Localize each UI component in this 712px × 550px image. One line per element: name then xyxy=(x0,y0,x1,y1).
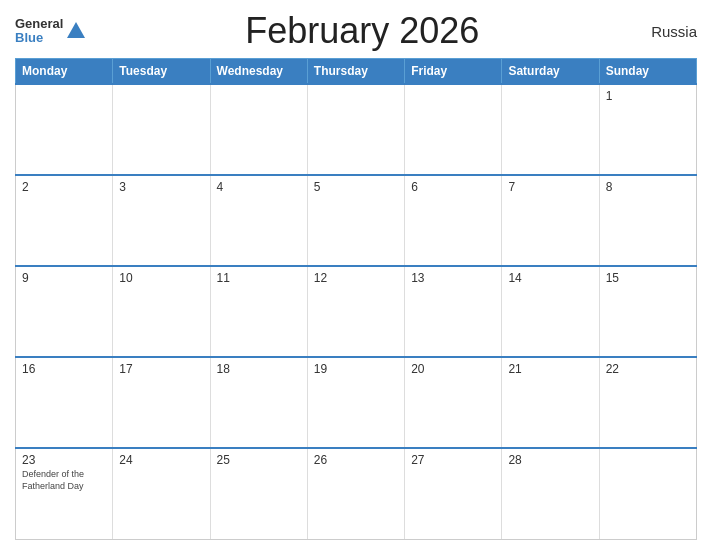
day-number: 22 xyxy=(606,362,690,376)
calendar-cell: 5 xyxy=(307,175,404,266)
calendar-week-row: 9101112131415 xyxy=(16,266,697,357)
day-number: 6 xyxy=(411,180,495,194)
day-number: 3 xyxy=(119,180,203,194)
day-number: 19 xyxy=(314,362,398,376)
calendar-cell: 4 xyxy=(210,175,307,266)
country-label: Russia xyxy=(637,23,697,40)
calendar-cell: 16 xyxy=(16,357,113,448)
calendar-cell: 25 xyxy=(210,448,307,539)
weekday-header-saturday: Saturday xyxy=(502,59,599,85)
calendar-title: February 2026 xyxy=(87,10,637,52)
day-number: 13 xyxy=(411,271,495,285)
day-number: 4 xyxy=(217,180,301,194)
calendar-cell: 17 xyxy=(113,357,210,448)
calendar-cell: 3 xyxy=(113,175,210,266)
calendar-week-row: 16171819202122 xyxy=(16,357,697,448)
calendar-cell: 11 xyxy=(210,266,307,357)
weekday-header-thursday: Thursday xyxy=(307,59,404,85)
calendar-cell: 24 xyxy=(113,448,210,539)
day-number: 21 xyxy=(508,362,592,376)
day-number: 9 xyxy=(22,271,106,285)
calendar-week-row: 1 xyxy=(16,84,697,175)
calendar-cell: 23Defender of the Fatherland Day xyxy=(16,448,113,539)
day-number: 20 xyxy=(411,362,495,376)
day-number: 5 xyxy=(314,180,398,194)
weekday-header-wednesday: Wednesday xyxy=(210,59,307,85)
day-number: 17 xyxy=(119,362,203,376)
calendar-cell: 20 xyxy=(405,357,502,448)
weekday-header-monday: Monday xyxy=(16,59,113,85)
logo-flag-icon xyxy=(65,20,87,42)
day-number: 23 xyxy=(22,453,106,467)
day-number: 24 xyxy=(119,453,203,467)
calendar-cell: 22 xyxy=(599,357,696,448)
calendar-cell xyxy=(307,84,404,175)
day-number: 8 xyxy=(606,180,690,194)
day-number: 2 xyxy=(22,180,106,194)
logo: GeneralBlue xyxy=(15,17,87,46)
day-number: 26 xyxy=(314,453,398,467)
day-number: 7 xyxy=(508,180,592,194)
calendar-cell: 1 xyxy=(599,84,696,175)
weekday-header-friday: Friday xyxy=(405,59,502,85)
calendar-cell xyxy=(113,84,210,175)
calendar-cell xyxy=(502,84,599,175)
calendar-header: GeneralBlue February 2026 Russia xyxy=(15,10,697,52)
day-number: 11 xyxy=(217,271,301,285)
calendar-cell: 6 xyxy=(405,175,502,266)
calendar-cell xyxy=(405,84,502,175)
day-number: 15 xyxy=(606,271,690,285)
calendar-cell xyxy=(599,448,696,539)
calendar-cell: 21 xyxy=(502,357,599,448)
calendar-cell: 2 xyxy=(16,175,113,266)
day-number: 18 xyxy=(217,362,301,376)
day-number: 14 xyxy=(508,271,592,285)
day-number: 28 xyxy=(508,453,592,467)
calendar-cell: 28 xyxy=(502,448,599,539)
calendar-week-row: 23Defender of the Fatherland Day24252627… xyxy=(16,448,697,539)
calendar-cell: 18 xyxy=(210,357,307,448)
calendar-cell: 9 xyxy=(16,266,113,357)
calendar-cell: 10 xyxy=(113,266,210,357)
svg-marker-0 xyxy=(67,22,85,38)
day-number: 1 xyxy=(606,89,690,103)
day-number: 12 xyxy=(314,271,398,285)
calendar-cell: 8 xyxy=(599,175,696,266)
logo-text: GeneralBlue xyxy=(15,17,63,46)
calendar-cell: 14 xyxy=(502,266,599,357)
weekday-header-sunday: Sunday xyxy=(599,59,696,85)
day-number: 16 xyxy=(22,362,106,376)
weekday-header-tuesday: Tuesday xyxy=(113,59,210,85)
calendar-cell: 12 xyxy=(307,266,404,357)
calendar-cell: 27 xyxy=(405,448,502,539)
calendar-cell: 13 xyxy=(405,266,502,357)
day-number: 25 xyxy=(217,453,301,467)
weekday-header-row: MondayTuesdayWednesdayThursdayFridaySatu… xyxy=(16,59,697,85)
event-label: Defender of the Fatherland Day xyxy=(22,469,106,492)
calendar-table: MondayTuesdayWednesdayThursdayFridaySatu… xyxy=(15,58,697,540)
calendar-cell: 26 xyxy=(307,448,404,539)
calendar-body: 1234567891011121314151617181920212223Def… xyxy=(16,84,697,540)
calendar-cell xyxy=(16,84,113,175)
calendar-cell: 15 xyxy=(599,266,696,357)
day-number: 27 xyxy=(411,453,495,467)
calendar-cell: 19 xyxy=(307,357,404,448)
calendar-page: GeneralBlue February 2026 Russia MondayT… xyxy=(0,0,712,550)
calendar-cell: 7 xyxy=(502,175,599,266)
day-number: 10 xyxy=(119,271,203,285)
calendar-cell xyxy=(210,84,307,175)
calendar-week-row: 2345678 xyxy=(16,175,697,266)
